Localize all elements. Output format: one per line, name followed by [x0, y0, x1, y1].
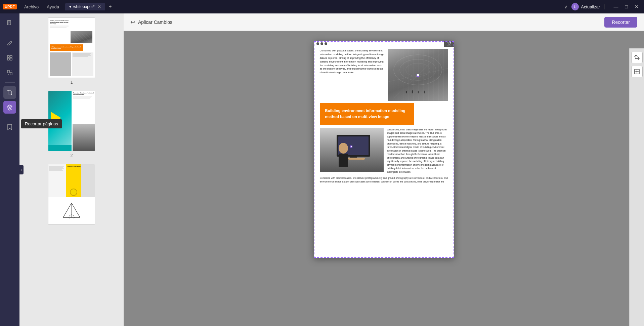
svg-rect-24 [418, 91, 419, 93]
tab-arrow-icon: ▾ [69, 4, 71, 9]
bookmark-tool-button[interactable] [3, 121, 16, 133]
toolbar-expand-arrow[interactable]: › [19, 165, 24, 174]
svg-rect-32 [348, 158, 365, 160]
window-controls: — □ ✕ [611, 3, 641, 10]
svg-rect-25 [424, 91, 425, 93]
thumb-wrap-2: Preservation of inheritance of architect… [48, 91, 95, 151]
avatar: U [571, 3, 579, 10]
svg-rect-31 [339, 154, 348, 167]
menu-archivo[interactable]: Archivo [21, 3, 42, 11]
apply-label: Aplicar Cambios [138, 19, 172, 25]
svg-rect-9 [10, 72, 12, 75]
thumbnail-page-1[interactable]: Building environment information modelin… [25, 17, 118, 85]
app-logo: UPDF [3, 4, 17, 9]
svg-rect-36 [636, 71, 638, 72]
orange-banner: Building environment information modelin… [320, 103, 414, 125]
dot-1 [316, 42, 319, 45]
edit-tool-button[interactable] [3, 37, 16, 49]
top-section: Combined with practical cases, the build… [320, 49, 448, 101]
update-label[interactable]: Actualizar [581, 4, 600, 9]
svg-rect-12 [8, 91, 11, 94]
title-bar: UPDF Archivo Ayuda ▾ whitepaper* ✕ + ∨ U… [0, 0, 644, 13]
active-tab[interactable]: ▾ whitepaper* ✕ [65, 3, 105, 10]
thumb-content-2: Preservation of inheritance of architect… [48, 91, 95, 151]
person-selection-handle[interactable] [350, 146, 352, 148]
thumbnail-page-2[interactable]: Preservation of inheritance of architect… [25, 91, 118, 158]
menu-ayuda[interactable]: Ayuda [43, 3, 62, 11]
apply-area[interactable]: ↩ Aplicar Cambios [130, 18, 172, 26]
geo-svg [62, 202, 81, 219]
divider-2 [5, 82, 15, 83]
thumb-wrap-1: Building environment information modelin… [48, 17, 95, 78]
apply-icon: ↩ [130, 18, 135, 26]
dot-3 [325, 42, 327, 45]
dot-2 [320, 42, 323, 45]
top-arch-image [388, 49, 448, 101]
close-button[interactable]: ✕ [632, 3, 641, 10]
svg-rect-6 [7, 58, 9, 60]
bottom-full-text: Combined with practical cases, low-altit… [320, 176, 448, 184]
user-area[interactable]: U Actualizar [571, 3, 600, 10]
thumb-content-1: Building environment information modelin… [48, 18, 95, 78]
image-selection-handle[interactable] [417, 74, 419, 77]
top-toolbar: ↩ Aplicar Cambios Recortar [124, 13, 644, 31]
divider-3 [5, 117, 15, 117]
bottom-section: constructed, multi-view image data are f… [320, 128, 448, 174]
svg-rect-8 [7, 70, 9, 73]
page-number-badge: 12 [444, 41, 454, 47]
pdf-view[interactable]: 12 Combined with practical cases, the bu… [124, 31, 644, 326]
thumbnail-panel: Recortar páginas Building environment in… [19, 13, 124, 326]
crop-mode-button-2[interactable] [631, 66, 643, 77]
pdf-page: 12 Combined with practical cases, the bu… [314, 41, 454, 258]
app-body: › Recortar páginas Building environment … [0, 13, 644, 326]
thumbnail-page-3[interactable]: Geometric Philosophy [25, 164, 118, 227]
page-dots [316, 42, 327, 45]
collapse-chevron-icon[interactable]: ∨ [561, 3, 570, 11]
person-svg [320, 128, 384, 172]
bottom-person-image [320, 128, 384, 172]
add-tab-button[interactable]: + [106, 3, 114, 10]
minimize-button[interactable]: — [611, 3, 621, 10]
bottom-right-text: constructed, multi-view image data are f… [387, 128, 448, 174]
left-toolbar: › [0, 13, 19, 326]
svg-rect-7 [10, 58, 12, 60]
svg-rect-5 [10, 55, 12, 57]
extract-tool-button[interactable] [3, 66, 16, 79]
page-content: Combined with practical cases, the build… [314, 41, 454, 258]
top-text-block: Combined with practical cases, the build… [320, 49, 385, 101]
recortar-button[interactable]: Recortar [604, 17, 637, 28]
maximize-button[interactable]: □ [622, 3, 631, 10]
thumb-number-2: 2 [71, 153, 73, 158]
svg-rect-22 [406, 91, 407, 93]
tab-title: whitepaper* [73, 4, 94, 9]
main-area: ↩ Aplicar Cambios Recortar 12 [124, 13, 644, 326]
divider-1 [5, 33, 15, 33]
thumb-content-3: Geometric Philosophy [48, 164, 95, 224]
thumb-number-1: 1 [71, 80, 73, 85]
crop-tool-button[interactable] [3, 86, 16, 99]
right-panel [629, 48, 644, 326]
thumb-geo-title: Geometric Philosophy [67, 166, 81, 167]
svg-point-18 [400, 59, 436, 80]
crop-mode-button-1[interactable] [631, 52, 643, 63]
view-pages-tool-button[interactable] [3, 17, 16, 30]
svg-point-30 [339, 143, 348, 154]
tab-close-icon[interactable]: ✕ [98, 4, 101, 9]
layers-tool-button[interactable] [3, 101, 16, 114]
thumb-p1-arch-img [71, 31, 92, 43]
separator: | [603, 4, 605, 10]
svg-rect-4 [7, 55, 9, 57]
thumb-wrap-3: Geometric Philosophy [48, 164, 95, 225]
svg-rect-23 [412, 90, 413, 93]
organize-tool-button[interactable] [3, 51, 16, 64]
